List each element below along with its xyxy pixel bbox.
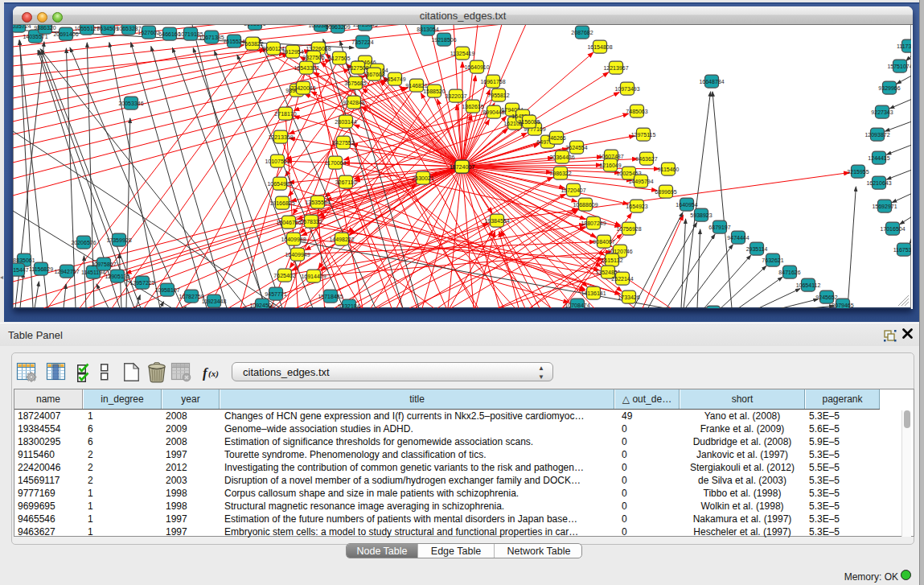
svg-text:7357224: 7357224 xyxy=(351,39,373,45)
svg-text:16543382: 16543382 xyxy=(294,65,318,71)
svg-text:17359928: 17359928 xyxy=(106,237,131,243)
svg-text:17957225: 17957225 xyxy=(129,280,154,286)
svg-text:9245652: 9245652 xyxy=(815,295,837,300)
svg-text:16782759: 16782759 xyxy=(179,294,203,299)
svg-text:15723045: 15723045 xyxy=(352,25,377,27)
svg-text:1654923: 1654923 xyxy=(626,204,647,209)
svg-text:1362615: 1362615 xyxy=(462,104,483,109)
svg-text:20053346: 20053346 xyxy=(118,101,143,106)
svg-text:3267110: 3267110 xyxy=(335,179,357,185)
svg-text:9327505: 9327505 xyxy=(302,55,324,60)
svg-text:2935114: 2935114 xyxy=(746,246,768,252)
svg-text:746266: 746266 xyxy=(547,135,565,141)
svg-text:13535594: 13535594 xyxy=(305,200,330,205)
svg-text:8079465: 8079465 xyxy=(832,303,853,308)
svg-text:15692971: 15692971 xyxy=(872,204,897,209)
svg-text:5578332: 5578332 xyxy=(300,219,322,225)
svg-text:6216049: 6216049 xyxy=(599,163,621,168)
svg-text:10555127: 10555127 xyxy=(74,26,99,31)
svg-text:3915447: 3915447 xyxy=(13,267,29,273)
svg-text:9242848: 9242848 xyxy=(343,100,364,105)
svg-text:12093872: 12093872 xyxy=(864,132,889,138)
svg-text:2367608: 2367608 xyxy=(363,72,384,77)
svg-text:7625402: 7625402 xyxy=(273,273,295,278)
svg-text:16648784: 16648784 xyxy=(699,79,724,84)
svg-text:2087682: 2087682 xyxy=(571,30,593,35)
svg-text:10688609: 10688609 xyxy=(573,202,598,208)
svg-text:8454749: 8454749 xyxy=(384,76,405,82)
svg-text:10671385: 10671385 xyxy=(199,35,224,40)
svg-text:5938923: 5938923 xyxy=(690,212,712,218)
svg-text:8813054: 8813054 xyxy=(417,27,438,32)
svg-text:1170064: 1170064 xyxy=(325,160,347,166)
svg-text:7986322: 7986322 xyxy=(549,171,571,176)
svg-text:16409949: 16409949 xyxy=(285,252,310,257)
svg-text:8427552: 8427552 xyxy=(332,140,354,146)
svg-text:12213967: 12213967 xyxy=(603,65,628,71)
svg-text:7632621: 7632621 xyxy=(762,257,783,263)
svg-text:9115460: 9115460 xyxy=(658,167,680,172)
svg-text:19384554: 19384554 xyxy=(484,218,509,224)
svg-text:18724007: 18724007 xyxy=(450,164,474,170)
svg-text:1588520: 1588520 xyxy=(423,89,445,94)
svg-text:1640954: 1640954 xyxy=(676,202,697,208)
svg-text:3322037: 3322037 xyxy=(445,93,466,99)
svg-text:1167534: 1167534 xyxy=(893,247,911,253)
svg-text:8835061: 8835061 xyxy=(13,257,35,263)
svg-text:20206576: 20206576 xyxy=(71,240,96,245)
svg-text:2522144: 2522144 xyxy=(611,276,633,282)
svg-text:12975115: 12975115 xyxy=(631,132,656,138)
svg-text:7485063: 7485063 xyxy=(626,109,647,114)
svg-text:6879197: 6879197 xyxy=(708,225,730,230)
svg-text:11156829: 11156829 xyxy=(29,266,53,272)
svg-text:12905135: 12905135 xyxy=(105,274,129,279)
svg-text:6899695: 6899695 xyxy=(655,189,676,195)
svg-text:14035724: 14035724 xyxy=(13,25,31,29)
svg-text:9886320: 9886320 xyxy=(34,25,55,31)
svg-text:9127505: 9127505 xyxy=(328,56,350,61)
svg-text:12942757: 12942757 xyxy=(54,269,79,274)
svg-text:12213369: 12213369 xyxy=(268,134,293,140)
svg-text:14498222: 14498222 xyxy=(329,237,354,242)
svg-text:9084067: 9084067 xyxy=(593,239,614,245)
svg-text:16640910: 16640910 xyxy=(464,64,489,70)
svg-text:9474444: 9474444 xyxy=(727,235,749,241)
svg-text:10958107: 10958107 xyxy=(154,287,179,293)
svg-text:14495794: 14495794 xyxy=(628,179,653,184)
svg-text:11173456: 11173456 xyxy=(897,43,911,49)
svg-text:14136141: 14136141 xyxy=(581,290,606,296)
svg-text:20691406: 20691406 xyxy=(53,31,78,37)
svg-text:3215955: 3215955 xyxy=(847,169,869,175)
svg-text:9227343: 9227343 xyxy=(871,109,893,115)
svg-text:16154808: 16154808 xyxy=(587,44,612,50)
svg-text:9146821: 9146821 xyxy=(405,83,427,89)
svg-text:15751074: 15751074 xyxy=(887,64,911,69)
svg-text:1244415: 1244415 xyxy=(868,155,889,161)
svg-text:10107552: 10107552 xyxy=(265,159,290,164)
svg-text:2803144: 2803144 xyxy=(335,119,356,125)
svg-text:10708474: 10708474 xyxy=(565,303,589,308)
svg-text:19166825: 19166825 xyxy=(269,200,294,206)
svg-text:9457771: 9457771 xyxy=(265,291,286,297)
svg-text:19218506: 19218506 xyxy=(431,37,456,43)
svg-text:7663822: 7663822 xyxy=(241,41,263,47)
svg-text:1733426: 1733426 xyxy=(618,295,639,300)
svg-text:9463627: 9463627 xyxy=(635,156,657,162)
svg-text:10963209: 10963209 xyxy=(325,25,350,30)
svg-text:16914479: 16914479 xyxy=(301,274,326,279)
svg-text:10756928: 10756928 xyxy=(616,226,641,232)
svg-text:3675685: 3675685 xyxy=(344,80,366,86)
svg-text:2718170: 2718170 xyxy=(274,111,296,117)
svg-text:30975867: 30975867 xyxy=(91,262,116,267)
svg-text:3156085: 3156085 xyxy=(518,119,540,125)
svg-text:11325419: 11325419 xyxy=(450,51,475,56)
svg-text:3912954: 3912954 xyxy=(281,49,303,55)
svg-text:9332184: 9332184 xyxy=(338,303,359,309)
svg-text:15718485: 15718485 xyxy=(318,294,343,299)
svg-text:10654982: 10654982 xyxy=(267,181,292,187)
svg-text:20364436: 20364436 xyxy=(549,154,574,160)
svg-text:10654112: 10654112 xyxy=(796,282,821,288)
svg-text:16961758: 16961758 xyxy=(480,79,505,84)
svg-text:9329966: 9329966 xyxy=(878,85,900,91)
svg-text:11923448: 11923448 xyxy=(202,299,227,304)
